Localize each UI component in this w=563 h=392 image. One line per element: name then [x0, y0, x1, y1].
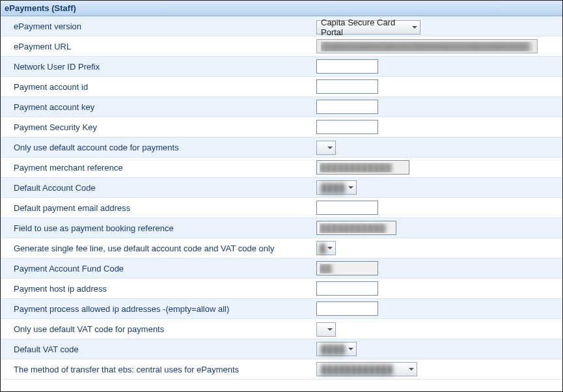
setting-label: Only use default account code for paymen… — [14, 143, 316, 152]
input-3[interactable] — [316, 79, 378, 94]
setting-row: Payment process allowed ip addresses -(e… — [1, 299, 562, 319]
select-15[interactable] — [316, 322, 336, 337]
setting-label: Payment account id — [14, 82, 316, 92]
setting-label: ePayment version — [14, 21, 316, 31]
setting-label: Payment Security Key — [14, 122, 316, 132]
input-2[interactable] — [316, 59, 378, 74]
settings-rows: ePayment versionCapita Secure Card Porta… — [1, 16, 562, 391]
setting-label: Default VAT code — [14, 344, 316, 354]
setting-row: Payment merchant reference — [1, 158, 562, 178]
chevron-down-icon — [327, 147, 333, 149]
input-5[interactable] — [316, 120, 378, 134]
setting-row: The method of transfer that ebs: central… — [1, 359, 562, 380]
setting-row: Network User ID Prefix — [1, 57, 562, 77]
setting-control — [316, 160, 549, 175]
panel-title: ePayments (Staff) — [1, 1, 562, 16]
setting-control — [316, 261, 549, 275]
setting-control — [316, 281, 549, 296]
setting-control — [316, 201, 549, 215]
setting-row: Payment host ip address — [1, 279, 562, 299]
setting-control — [316, 59, 549, 74]
chevron-down-icon — [327, 328, 333, 331]
setting-control — [316, 39, 549, 53]
setting-row: Default VAT code████ — [1, 339, 562, 359]
select-value: Capita Secure Card Portal — [321, 18, 408, 37]
setting-row: Generate single fee line, use default ac… — [1, 238, 562, 259]
setting-label: Payment process allowed ip addresses -(e… — [14, 304, 316, 314]
select-11[interactable]: █ — [316, 241, 336, 255]
input-7[interactable] — [316, 160, 409, 175]
setting-row: ePayment versionCapita Secure Card Porta… — [1, 16, 562, 36]
chevron-down-icon — [327, 247, 333, 249]
setting-label: Generate single fee line, use default ac… — [14, 244, 316, 253]
input-13[interactable] — [316, 281, 378, 296]
setting-row: Default Account Code████ — [1, 178, 562, 198]
setting-control: ████████████ — [316, 362, 549, 376]
setting-label: Payment merchant reference — [14, 163, 316, 173]
setting-control — [316, 140, 549, 155]
setting-label: Payment account key — [14, 102, 316, 112]
setting-label: ePayment URL — [14, 42, 316, 51]
select-value: ████████████ — [321, 365, 393, 374]
input-4[interactable] — [316, 100, 378, 114]
setting-row: Payment account key — [1, 97, 562, 117]
setting-label: Default payment email address — [14, 203, 316, 213]
select-8[interactable]: ████ — [316, 180, 357, 195]
select-6[interactable] — [316, 141, 336, 155]
setting-control — [316, 301, 549, 316]
setting-control: Capita Secure Card Portal — [316, 18, 549, 35]
chevron-down-icon — [348, 186, 353, 189]
setting-label: The method of transfer that ebs: central… — [14, 365, 316, 374]
select-17[interactable]: ████████████ — [316, 362, 417, 376]
setting-row: Field to use as payment booking referenc… — [1, 218, 562, 238]
setting-control — [316, 221, 549, 235]
setting-row: Only use default VAT code for payments — [1, 319, 562, 339]
setting-label: Only use default VAT code for payments — [14, 324, 316, 334]
select-value: ████ — [321, 183, 345, 193]
setting-control: ████ — [316, 180, 549, 195]
select-16[interactable]: ████ — [316, 342, 357, 356]
setting-label: Payment Account Fund Code — [14, 264, 316, 273]
setting-control: █ — [316, 241, 549, 255]
input-9[interactable] — [316, 201, 378, 215]
select-value: █ — [320, 244, 325, 253]
input-1[interactable] — [316, 39, 538, 53]
chevron-down-icon — [412, 26, 417, 29]
setting-control — [316, 100, 549, 114]
setting-label: Payment host ip address — [14, 284, 316, 294]
setting-control — [316, 322, 549, 337]
setting-control — [316, 120, 549, 134]
input-10[interactable] — [316, 221, 396, 235]
setting-row: ePayment URL — [1, 36, 562, 57]
chevron-down-icon — [409, 368, 414, 371]
setting-control — [316, 79, 549, 94]
input-14[interactable] — [316, 301, 378, 316]
chevron-down-icon — [348, 348, 353, 350]
setting-label: Field to use as payment booking referenc… — [14, 223, 316, 233]
setting-label: Default Account Code — [14, 183, 316, 193]
select-value: ████ — [321, 344, 345, 354]
setting-row: Payment Security Key — [1, 117, 562, 137]
input-12[interactable] — [316, 261, 378, 275]
setting-row: Only use default account code for paymen… — [1, 137, 562, 158]
select-0[interactable]: Capita Secure Card Portal — [316, 20, 420, 35]
epayments-panel: ePayments (Staff) ePayment versionCapita… — [0, 0, 563, 392]
setting-control: ████ — [316, 342, 549, 356]
setting-row: Payment account id — [1, 77, 562, 97]
setting-row: Payment Account Fund Code — [1, 259, 562, 279]
setting-row: Default payment email address — [1, 198, 562, 218]
setting-label: Network User ID Prefix — [14, 62, 316, 72]
